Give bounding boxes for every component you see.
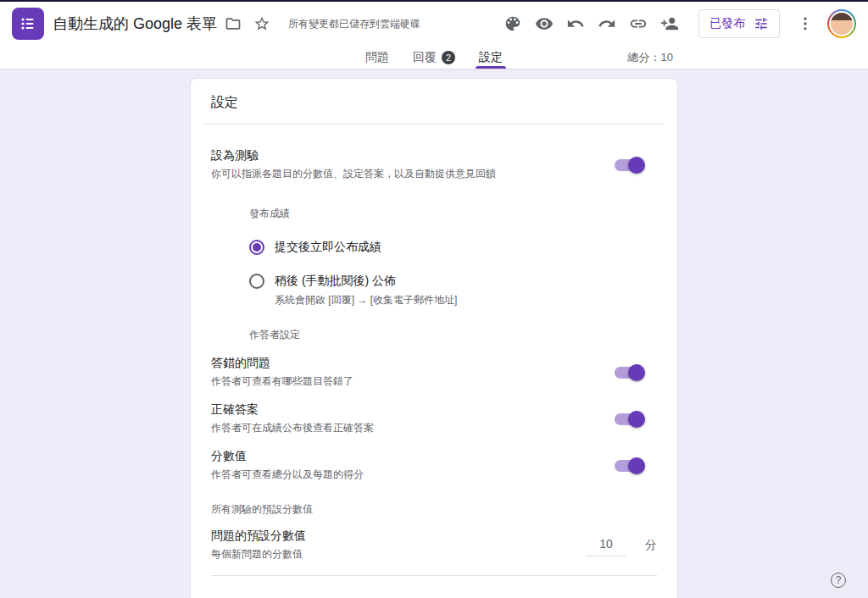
help-icon: ? [836,574,842,586]
palette-icon [504,14,522,33]
correct-answers-text: 正確答案 作答者可在成績公布後查看正確答案 [211,402,374,435]
folder-icon [225,15,242,32]
missed-questions-description: 作答者可查看有哪些題目答錯了 [211,374,353,389]
publish-button[interactable]: 已發布 [698,9,780,38]
correct-answers-description: 作答者可在成績公布後查看正確答案 [211,421,374,435]
preview-button[interactable] [530,9,559,38]
quiz-text: 設為測驗 你可以指派各題目的分數值、設定答案，以及自動提供意見回饋 [211,148,496,181]
tab-responses[interactable]: 回覆 2 [401,46,467,69]
quiz-description: 你可以指派各題目的分數值、設定答案，以及自動提供意見回饋 [211,167,496,181]
default-points-title: 問題的預設分數值 [211,529,306,544]
default-points-unit: 分 [645,538,657,556]
person-add-icon [660,14,679,33]
eye-icon [535,14,554,33]
topbar-actions: 已發布 [498,9,856,38]
star-button[interactable] [248,9,276,38]
missed-questions-title: 答錯的問題 [211,356,353,371]
radio-release-immediately-label: 提交後立即公布成績 [275,240,381,255]
point-values-title: 分數值 [211,449,364,464]
redo-icon [598,14,616,33]
default-points-description: 每個新問題的分數值 [211,547,306,562]
tab-settings-label: 設定 [479,50,503,65]
radio-release-later[interactable]: 稍後 (手動批閱後) 公佈 [249,274,657,289]
list-glyph [19,15,36,32]
quiz-toggle-row: 設為測驗 你可以指派各題目的分數值、設定答案，以及自動提供意見回饋 [211,148,657,181]
correct-answers-row: 正確答案 作答者可在成績公布後查看正確答案 [211,402,657,435]
point-values-text: 分數值 作答者可查看總分以及每題的得分 [211,449,364,482]
document-title[interactable]: 自動生成的 Google 表單 [53,14,217,34]
missed-questions-toggle[interactable] [615,367,643,379]
respondent-settings-label: 作答者設定 [249,328,657,342]
card-title: 設定 [191,79,677,124]
account-avatar[interactable] [827,9,856,38]
copy-link-button[interactable] [624,9,653,38]
responses-count-badge: 2 [442,51,455,64]
undo-button[interactable] [561,9,590,38]
move-to-folder-button[interactable] [219,9,248,38]
save-status: 所有變更都已儲存到雲端硬碟 [288,17,420,31]
total-score-label: 總分：10 [628,50,673,65]
release-later-note: 系統會開啟 [回覆] → [收集電子郵件地址] [275,293,657,307]
link-icon [629,14,648,33]
undo-icon [566,14,585,33]
quiz-toggle[interactable] [615,159,643,171]
forms-logo-icon[interactable] [12,8,44,40]
radio-release-later-label: 稍後 (手動批閱後) 公佈 [275,274,396,289]
responses-settings-section[interactable]: 回覆 管理收集與保護回覆的方式 [191,576,677,598]
tab-responses-label: 回覆 [413,50,437,65]
missed-questions-text: 答錯的問題 作答者可查看有哪些題目答錯了 [211,356,353,389]
more-vert-icon [797,15,814,32]
publish-label: 已發布 [709,16,745,31]
star-icon [253,15,270,32]
correct-answers-title: 正確答案 [211,402,374,418]
point-values-toggle[interactable] [615,460,643,472]
tab-questions[interactable]: 問題 [353,46,401,69]
point-values-description: 作答者可查看總分以及每題的得分 [211,468,364,482]
radio-selected-icon[interactable] [249,240,264,255]
correct-answers-toggle[interactable] [615,413,643,425]
point-values-row: 分數值 作答者可查看總分以及每題的得分 [211,449,657,482]
default-points-group-label: 所有測驗的預設分數值 [211,502,657,517]
quiz-section: 設為測驗 你可以指派各題目的分數值、設定答案，以及自動提供意見回饋 發布成績 提… [191,148,677,576]
default-points-text: 問題的預設分數值 每個新問題的分數值 [211,529,306,562]
add-collaborators-button[interactable] [655,9,684,38]
radio-release-immediately[interactable]: 提交後立即公布成績 [249,240,657,255]
settings-card: 設定 設為測驗 你可以指派各題目的分數值、設定答案，以及自動提供意見回饋 發布成… [190,78,678,598]
tab-settings[interactable]: 設定 [467,46,515,69]
radio-unselected-icon[interactable] [249,274,264,289]
divider [204,124,664,125]
default-points-row: 問題的預設分數值 每個新問題的分數值 分 [211,529,657,562]
top-app-bar: 自動生成的 Google 表單 所有變更都已儲存到雲端硬碟 [0,2,868,46]
release-grades-label: 發布成績 [249,207,657,221]
more-options-button[interactable] [791,9,820,38]
avatar-image [829,11,854,36]
quiz-title: 設為測驗 [211,148,496,163]
settings-page: 設定 設為測驗 你可以指派各題目的分數值、設定答案，以及自動提供意見回饋 發布成… [0,69,868,598]
default-points-control: 分 [586,534,657,556]
tune-icon [754,16,769,31]
theme-button[interactable] [498,9,527,38]
tab-bar: 問題 回覆 2 設定 總分：10 [0,46,868,69]
missed-questions-row: 答錯的問題 作答者可查看有哪些題目答錯了 [211,356,657,389]
redo-button[interactable] [593,9,621,38]
default-points-input[interactable] [586,534,626,556]
release-grades-group: 發布成績 提交後立即公布成績 稍後 (手動批閱後) 公佈 系統會開啟 [回覆] … [249,207,657,342]
help-button[interactable]: ? [831,573,846,588]
tab-questions-label: 問題 [365,50,389,65]
